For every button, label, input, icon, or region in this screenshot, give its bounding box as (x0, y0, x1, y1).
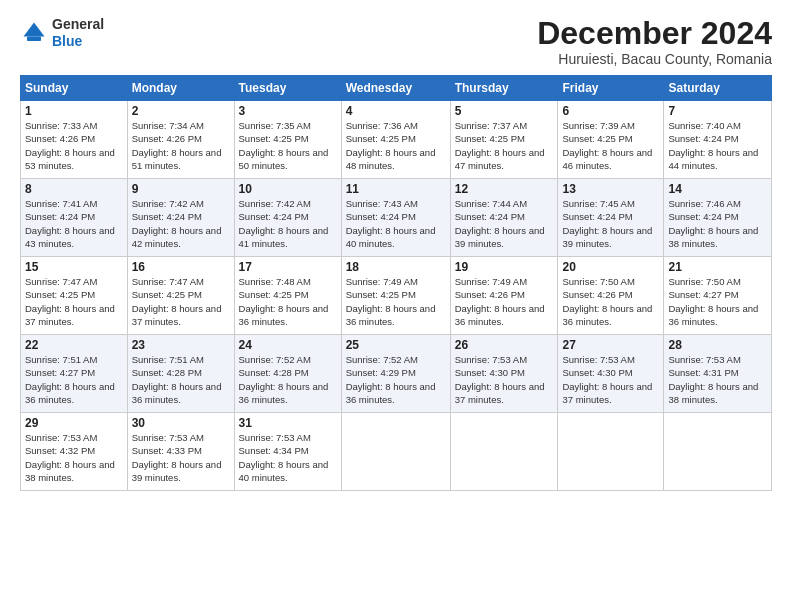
day-number: 1 (25, 104, 123, 118)
page-header: General Blue December 2024 Huruiesti, Ba… (20, 16, 772, 67)
day-info: Sunrise: 7:53 AM Sunset: 4:34 PM Dayligh… (239, 431, 337, 484)
daylight-text: Daylight: 8 hours and 36 minutes. (346, 303, 436, 327)
day-number: 16 (132, 260, 230, 274)
day-info: Sunrise: 7:39 AM Sunset: 4:25 PM Dayligh… (562, 119, 659, 172)
col-monday: Monday (127, 76, 234, 101)
day-info: Sunrise: 7:49 AM Sunset: 4:25 PM Dayligh… (346, 275, 446, 328)
table-row (341, 413, 450, 491)
sunrise-text: Sunrise: 7:47 AM (25, 276, 97, 287)
sunrise-text: Sunrise: 7:52 AM (346, 354, 418, 365)
sunrise-text: Sunrise: 7:52 AM (239, 354, 311, 365)
daylight-text: Daylight: 8 hours and 38 minutes. (668, 225, 758, 249)
day-info: Sunrise: 7:42 AM Sunset: 4:24 PM Dayligh… (239, 197, 337, 250)
day-number: 2 (132, 104, 230, 118)
day-info: Sunrise: 7:48 AM Sunset: 4:25 PM Dayligh… (239, 275, 337, 328)
daylight-text: Daylight: 8 hours and 36 minutes. (132, 381, 222, 405)
logo-text: General Blue (52, 16, 104, 50)
sunset-text: Sunset: 4:28 PM (132, 367, 202, 378)
sunset-text: Sunset: 4:26 PM (132, 133, 202, 144)
daylight-text: Daylight: 8 hours and 44 minutes. (668, 147, 758, 171)
day-number: 17 (239, 260, 337, 274)
day-info: Sunrise: 7:42 AM Sunset: 4:24 PM Dayligh… (132, 197, 230, 250)
table-row: 10 Sunrise: 7:42 AM Sunset: 4:24 PM Dayl… (234, 179, 341, 257)
day-info: Sunrise: 7:53 AM Sunset: 4:32 PM Dayligh… (25, 431, 123, 484)
svg-rect-1 (27, 36, 41, 40)
sunrise-text: Sunrise: 7:42 AM (239, 198, 311, 209)
calendar-page: General Blue December 2024 Huruiesti, Ba… (0, 0, 792, 612)
sunrise-text: Sunrise: 7:53 AM (132, 432, 204, 443)
daylight-text: Daylight: 8 hours and 37 minutes. (132, 303, 222, 327)
col-friday: Friday (558, 76, 664, 101)
daylight-text: Daylight: 8 hours and 53 minutes. (25, 147, 115, 171)
table-row: 26 Sunrise: 7:53 AM Sunset: 4:30 PM Dayl… (450, 335, 558, 413)
title-block: December 2024 Huruiesti, Bacau County, R… (537, 16, 772, 67)
sunrise-text: Sunrise: 7:36 AM (346, 120, 418, 131)
sunset-text: Sunset: 4:33 PM (132, 445, 202, 456)
day-info: Sunrise: 7:53 AM Sunset: 4:33 PM Dayligh… (132, 431, 230, 484)
day-info: Sunrise: 7:47 AM Sunset: 4:25 PM Dayligh… (132, 275, 230, 328)
sunset-text: Sunset: 4:26 PM (562, 289, 632, 300)
day-info: Sunrise: 7:35 AM Sunset: 4:25 PM Dayligh… (239, 119, 337, 172)
sunset-text: Sunset: 4:24 PM (668, 133, 738, 144)
day-number: 3 (239, 104, 337, 118)
sunset-text: Sunset: 4:31 PM (668, 367, 738, 378)
table-row: 16 Sunrise: 7:47 AM Sunset: 4:25 PM Dayl… (127, 257, 234, 335)
sunset-text: Sunset: 4:25 PM (239, 133, 309, 144)
location: Huruiesti, Bacau County, Romania (537, 51, 772, 67)
table-row: 29 Sunrise: 7:53 AM Sunset: 4:32 PM Dayl… (21, 413, 128, 491)
sunset-text: Sunset: 4:26 PM (455, 289, 525, 300)
sunrise-text: Sunrise: 7:40 AM (668, 120, 740, 131)
daylight-text: Daylight: 8 hours and 47 minutes. (455, 147, 545, 171)
calendar-week-row: 15 Sunrise: 7:47 AM Sunset: 4:25 PM Dayl… (21, 257, 772, 335)
daylight-text: Daylight: 8 hours and 42 minutes. (132, 225, 222, 249)
day-number: 31 (239, 416, 337, 430)
day-number: 28 (668, 338, 767, 352)
day-info: Sunrise: 7:46 AM Sunset: 4:24 PM Dayligh… (668, 197, 767, 250)
sunrise-text: Sunrise: 7:53 AM (239, 432, 311, 443)
sunset-text: Sunset: 4:25 PM (25, 289, 95, 300)
day-info: Sunrise: 7:50 AM Sunset: 4:27 PM Dayligh… (668, 275, 767, 328)
sunrise-text: Sunrise: 7:50 AM (562, 276, 634, 287)
calendar-header-row: Sunday Monday Tuesday Wednesday Thursday… (21, 76, 772, 101)
sunset-text: Sunset: 4:27 PM (668, 289, 738, 300)
table-row: 14 Sunrise: 7:46 AM Sunset: 4:24 PM Dayl… (664, 179, 772, 257)
sunrise-text: Sunrise: 7:51 AM (25, 354, 97, 365)
sunset-text: Sunset: 4:24 PM (25, 211, 95, 222)
sunset-text: Sunset: 4:25 PM (562, 133, 632, 144)
sunrise-text: Sunrise: 7:53 AM (668, 354, 740, 365)
table-row: 6 Sunrise: 7:39 AM Sunset: 4:25 PM Dayli… (558, 101, 664, 179)
sunset-text: Sunset: 4:32 PM (25, 445, 95, 456)
daylight-text: Daylight: 8 hours and 37 minutes. (25, 303, 115, 327)
sunset-text: Sunset: 4:28 PM (239, 367, 309, 378)
sunrise-text: Sunrise: 7:53 AM (455, 354, 527, 365)
day-info: Sunrise: 7:53 AM Sunset: 4:30 PM Dayligh… (562, 353, 659, 406)
day-number: 9 (132, 182, 230, 196)
day-number: 29 (25, 416, 123, 430)
sunrise-text: Sunrise: 7:47 AM (132, 276, 204, 287)
sunrise-text: Sunrise: 7:49 AM (455, 276, 527, 287)
daylight-text: Daylight: 8 hours and 39 minutes. (455, 225, 545, 249)
daylight-text: Daylight: 8 hours and 50 minutes. (239, 147, 329, 171)
table-row: 18 Sunrise: 7:49 AM Sunset: 4:25 PM Dayl… (341, 257, 450, 335)
col-sunday: Sunday (21, 76, 128, 101)
daylight-text: Daylight: 8 hours and 36 minutes. (562, 303, 652, 327)
calendar-week-row: 29 Sunrise: 7:53 AM Sunset: 4:32 PM Dayl… (21, 413, 772, 491)
day-info: Sunrise: 7:49 AM Sunset: 4:26 PM Dayligh… (455, 275, 554, 328)
daylight-text: Daylight: 8 hours and 38 minutes. (668, 381, 758, 405)
sunrise-text: Sunrise: 7:50 AM (668, 276, 740, 287)
table-row (664, 413, 772, 491)
day-number: 10 (239, 182, 337, 196)
table-row: 2 Sunrise: 7:34 AM Sunset: 4:26 PM Dayli… (127, 101, 234, 179)
day-number: 14 (668, 182, 767, 196)
day-number: 27 (562, 338, 659, 352)
sunset-text: Sunset: 4:25 PM (346, 133, 416, 144)
sunrise-text: Sunrise: 7:46 AM (668, 198, 740, 209)
table-row: 28 Sunrise: 7:53 AM Sunset: 4:31 PM Dayl… (664, 335, 772, 413)
month-title: December 2024 (537, 16, 772, 51)
day-info: Sunrise: 7:41 AM Sunset: 4:24 PM Dayligh… (25, 197, 123, 250)
day-number: 5 (455, 104, 554, 118)
sunrise-text: Sunrise: 7:33 AM (25, 120, 97, 131)
daylight-text: Daylight: 8 hours and 36 minutes. (668, 303, 758, 327)
day-info: Sunrise: 7:44 AM Sunset: 4:24 PM Dayligh… (455, 197, 554, 250)
sunrise-text: Sunrise: 7:35 AM (239, 120, 311, 131)
